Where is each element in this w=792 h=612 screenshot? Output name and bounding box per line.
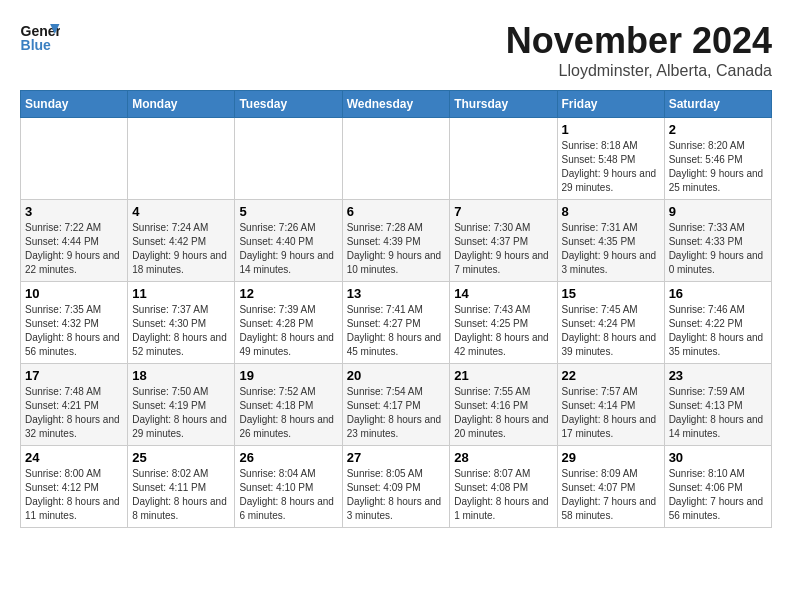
day-number: 15 — [562, 286, 660, 301]
day-number: 11 — [132, 286, 230, 301]
day-cell: 4Sunrise: 7:24 AM Sunset: 4:42 PM Daylig… — [128, 200, 235, 282]
day-cell: 6Sunrise: 7:28 AM Sunset: 4:39 PM Daylig… — [342, 200, 450, 282]
week-row-3: 10Sunrise: 7:35 AM Sunset: 4:32 PM Dayli… — [21, 282, 772, 364]
day-number: 5 — [239, 204, 337, 219]
weekday-header-sunday: Sunday — [21, 91, 128, 118]
day-number: 9 — [669, 204, 767, 219]
day-cell — [235, 118, 342, 200]
day-number: 18 — [132, 368, 230, 383]
day-cell: 28Sunrise: 8:07 AM Sunset: 4:08 PM Dayli… — [450, 446, 557, 528]
weekday-header-friday: Friday — [557, 91, 664, 118]
day-info: Sunrise: 8:09 AM Sunset: 4:07 PM Dayligh… — [562, 467, 660, 523]
day-info: Sunrise: 7:55 AM Sunset: 4:16 PM Dayligh… — [454, 385, 552, 441]
day-cell: 2Sunrise: 8:20 AM Sunset: 5:46 PM Daylig… — [664, 118, 771, 200]
day-number: 12 — [239, 286, 337, 301]
day-number: 21 — [454, 368, 552, 383]
day-info: Sunrise: 7:46 AM Sunset: 4:22 PM Dayligh… — [669, 303, 767, 359]
day-cell: 24Sunrise: 8:00 AM Sunset: 4:12 PM Dayli… — [21, 446, 128, 528]
day-info: Sunrise: 7:48 AM Sunset: 4:21 PM Dayligh… — [25, 385, 123, 441]
day-cell: 15Sunrise: 7:45 AM Sunset: 4:24 PM Dayli… — [557, 282, 664, 364]
weekday-header-row: SundayMondayTuesdayWednesdayThursdayFrid… — [21, 91, 772, 118]
day-cell: 1Sunrise: 8:18 AM Sunset: 5:48 PM Daylig… — [557, 118, 664, 200]
day-number: 13 — [347, 286, 446, 301]
day-cell: 17Sunrise: 7:48 AM Sunset: 4:21 PM Dayli… — [21, 364, 128, 446]
day-cell: 21Sunrise: 7:55 AM Sunset: 4:16 PM Dayli… — [450, 364, 557, 446]
day-info: Sunrise: 7:31 AM Sunset: 4:35 PM Dayligh… — [562, 221, 660, 277]
day-cell: 3Sunrise: 7:22 AM Sunset: 4:44 PM Daylig… — [21, 200, 128, 282]
day-number: 26 — [239, 450, 337, 465]
weekday-header-monday: Monday — [128, 91, 235, 118]
week-row-5: 24Sunrise: 8:00 AM Sunset: 4:12 PM Dayli… — [21, 446, 772, 528]
day-cell — [128, 118, 235, 200]
location-title: Lloydminster, Alberta, Canada — [506, 62, 772, 80]
day-cell: 20Sunrise: 7:54 AM Sunset: 4:17 PM Dayli… — [342, 364, 450, 446]
day-info: Sunrise: 7:57 AM Sunset: 4:14 PM Dayligh… — [562, 385, 660, 441]
day-cell: 22Sunrise: 7:57 AM Sunset: 4:14 PM Dayli… — [557, 364, 664, 446]
day-info: Sunrise: 7:28 AM Sunset: 4:39 PM Dayligh… — [347, 221, 446, 277]
month-title: November 2024 — [506, 20, 772, 62]
title-area: November 2024 Lloydminster, Alberta, Can… — [506, 20, 772, 80]
day-cell: 18Sunrise: 7:50 AM Sunset: 4:19 PM Dayli… — [128, 364, 235, 446]
day-number: 28 — [454, 450, 552, 465]
day-cell: 27Sunrise: 8:05 AM Sunset: 4:09 PM Dayli… — [342, 446, 450, 528]
day-number: 17 — [25, 368, 123, 383]
day-cell: 14Sunrise: 7:43 AM Sunset: 4:25 PM Dayli… — [450, 282, 557, 364]
day-cell: 7Sunrise: 7:30 AM Sunset: 4:37 PM Daylig… — [450, 200, 557, 282]
day-info: Sunrise: 7:26 AM Sunset: 4:40 PM Dayligh… — [239, 221, 337, 277]
day-cell: 13Sunrise: 7:41 AM Sunset: 4:27 PM Dayli… — [342, 282, 450, 364]
day-info: Sunrise: 8:18 AM Sunset: 5:48 PM Dayligh… — [562, 139, 660, 195]
day-info: Sunrise: 7:43 AM Sunset: 4:25 PM Dayligh… — [454, 303, 552, 359]
day-number: 19 — [239, 368, 337, 383]
day-info: Sunrise: 8:10 AM Sunset: 4:06 PM Dayligh… — [669, 467, 767, 523]
logo: General Blue — [20, 20, 60, 55]
day-number: 30 — [669, 450, 767, 465]
day-cell: 5Sunrise: 7:26 AM Sunset: 4:40 PM Daylig… — [235, 200, 342, 282]
weekday-header-wednesday: Wednesday — [342, 91, 450, 118]
day-info: Sunrise: 8:00 AM Sunset: 4:12 PM Dayligh… — [25, 467, 123, 523]
day-number: 4 — [132, 204, 230, 219]
day-cell: 9Sunrise: 7:33 AM Sunset: 4:33 PM Daylig… — [664, 200, 771, 282]
day-number: 6 — [347, 204, 446, 219]
day-number: 2 — [669, 122, 767, 137]
day-cell — [21, 118, 128, 200]
day-number: 27 — [347, 450, 446, 465]
day-number: 1 — [562, 122, 660, 137]
day-number: 10 — [25, 286, 123, 301]
day-number: 29 — [562, 450, 660, 465]
day-number: 24 — [25, 450, 123, 465]
day-info: Sunrise: 7:37 AM Sunset: 4:30 PM Dayligh… — [132, 303, 230, 359]
logo-icon: General Blue — [20, 20, 60, 55]
day-cell: 29Sunrise: 8:09 AM Sunset: 4:07 PM Dayli… — [557, 446, 664, 528]
day-info: Sunrise: 8:07 AM Sunset: 4:08 PM Dayligh… — [454, 467, 552, 523]
day-cell: 11Sunrise: 7:37 AM Sunset: 4:30 PM Dayli… — [128, 282, 235, 364]
day-info: Sunrise: 7:59 AM Sunset: 4:13 PM Dayligh… — [669, 385, 767, 441]
day-info: Sunrise: 7:52 AM Sunset: 4:18 PM Dayligh… — [239, 385, 337, 441]
weekday-header-saturday: Saturday — [664, 91, 771, 118]
day-cell: 19Sunrise: 7:52 AM Sunset: 4:18 PM Dayli… — [235, 364, 342, 446]
day-cell: 16Sunrise: 7:46 AM Sunset: 4:22 PM Dayli… — [664, 282, 771, 364]
day-info: Sunrise: 7:41 AM Sunset: 4:27 PM Dayligh… — [347, 303, 446, 359]
week-row-2: 3Sunrise: 7:22 AM Sunset: 4:44 PM Daylig… — [21, 200, 772, 282]
day-info: Sunrise: 7:45 AM Sunset: 4:24 PM Dayligh… — [562, 303, 660, 359]
day-info: Sunrise: 8:05 AM Sunset: 4:09 PM Dayligh… — [347, 467, 446, 523]
day-info: Sunrise: 7:39 AM Sunset: 4:28 PM Dayligh… — [239, 303, 337, 359]
day-info: Sunrise: 7:24 AM Sunset: 4:42 PM Dayligh… — [132, 221, 230, 277]
header: General Blue November 2024 Lloydminster,… — [20, 20, 772, 80]
day-cell: 23Sunrise: 7:59 AM Sunset: 4:13 PM Dayli… — [664, 364, 771, 446]
day-cell: 10Sunrise: 7:35 AM Sunset: 4:32 PM Dayli… — [21, 282, 128, 364]
day-info: Sunrise: 7:22 AM Sunset: 4:44 PM Dayligh… — [25, 221, 123, 277]
svg-text:Blue: Blue — [21, 37, 52, 53]
day-info: Sunrise: 8:02 AM Sunset: 4:11 PM Dayligh… — [132, 467, 230, 523]
weekday-header-thursday: Thursday — [450, 91, 557, 118]
calendar-table: SundayMondayTuesdayWednesdayThursdayFrid… — [20, 90, 772, 528]
week-row-1: 1Sunrise: 8:18 AM Sunset: 5:48 PM Daylig… — [21, 118, 772, 200]
day-cell: 25Sunrise: 8:02 AM Sunset: 4:11 PM Dayli… — [128, 446, 235, 528]
weekday-header-tuesday: Tuesday — [235, 91, 342, 118]
day-number: 20 — [347, 368, 446, 383]
day-info: Sunrise: 7:50 AM Sunset: 4:19 PM Dayligh… — [132, 385, 230, 441]
day-cell: 26Sunrise: 8:04 AM Sunset: 4:10 PM Dayli… — [235, 446, 342, 528]
day-number: 22 — [562, 368, 660, 383]
day-number: 3 — [25, 204, 123, 219]
day-info: Sunrise: 7:35 AM Sunset: 4:32 PM Dayligh… — [25, 303, 123, 359]
day-info: Sunrise: 7:54 AM Sunset: 4:17 PM Dayligh… — [347, 385, 446, 441]
